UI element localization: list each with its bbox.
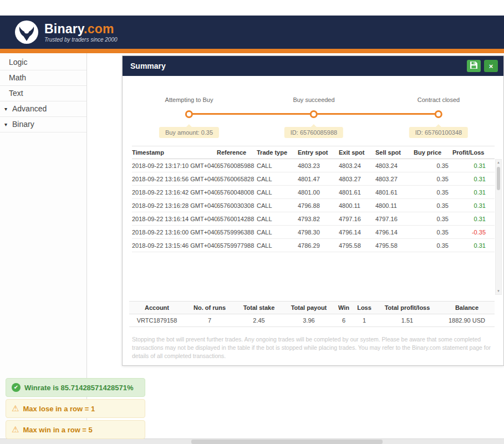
accent-bar [0, 49, 504, 53]
sidebar-item-label: Logic [9, 55, 27, 70]
table-cell: 0.31 [452, 216, 495, 222]
table-cell: 2018-09-22 13:15:46 GMT+0400 [132, 242, 217, 249]
table-cell: 0.35 [414, 162, 452, 169]
table-cell: 4803.27 [339, 176, 375, 182]
table-cell: 0.35 [414, 216, 452, 222]
hscroll-thumb[interactable] [191, 440, 383, 444]
step-dot-icon [435, 110, 442, 118]
summary-panel: Summary × Attempting to BuyBuy amount: 0… [122, 55, 504, 366]
step-label: Attempting to Buy [165, 96, 213, 104]
table-cell: CALL [257, 216, 298, 222]
sidebar-item-label: Binary [12, 117, 34, 132]
table-scrollbar[interactable]: ▲ ▼ [495, 159, 502, 295]
column-header: Account [129, 304, 185, 311]
account-summary-table: AccountNo. of runsTotal stakeTotal payou… [129, 301, 495, 327]
table-cell: 7 [185, 317, 235, 324]
table-cell: 0.35 [414, 229, 452, 236]
warning-icon: ⚠ [12, 425, 19, 434]
toast-success: ✔Winrate is 85.71428571428571% [6, 378, 145, 397]
table-cell: 65759996388 [217, 229, 257, 236]
table-cell: 65760030308 [217, 202, 257, 209]
step-detail-badge: ID: 65760085988 [284, 127, 343, 138]
sidebar-item-text[interactable]: Text [0, 86, 86, 101]
table-cell: 4801.61 [375, 189, 414, 196]
column-header: Win [334, 304, 353, 311]
sidebar-item-label: Advanced [12, 101, 47, 116]
table-cell: 1882.90 USD [439, 317, 495, 324]
column-header: Sell spot [375, 149, 414, 156]
column-header: No. of runs [185, 304, 235, 311]
table-cell: 2.45 [235, 317, 283, 324]
trades-table-header: TimestampReferenceTrade typeEntry spotEx… [132, 146, 495, 159]
step-label: Buy succeeded [293, 96, 334, 104]
table-row: 2018-09-22 13:16:56 GMT+040065760065828C… [132, 172, 495, 186]
table-cell: 2018-09-22 13:17:10 GMT+0400 [132, 162, 217, 169]
column-header: Reference [217, 149, 257, 156]
table-cell: 65760065828 [217, 176, 257, 182]
table-cell: 2018-09-22 13:16:56 GMT+0400 [132, 176, 217, 182]
scroll-down-icon[interactable]: ▼ [496, 288, 501, 294]
table-cell: 4801.00 [298, 189, 339, 196]
sidebar-item-advanced[interactable]: ▾Advanced [0, 101, 86, 117]
toast-warning: ⚠Max lose in a row = 1 [6, 399, 145, 418]
binary-logo [14, 20, 39, 44]
step-detail-badge: ID: 65760100348 [409, 127, 468, 138]
table-cell: 65759977988 [217, 242, 257, 249]
workspace-hscrollbar[interactable] [0, 438, 504, 444]
table-cell: 4795.58 [375, 242, 414, 249]
table-cell: 4795.58 [339, 242, 375, 249]
table-cell: VRTC1879158 [129, 317, 185, 324]
trade-stepper: Attempting to BuyBuy amount: 0.35Buy suc… [123, 96, 503, 139]
table-cell: 4801.61 [339, 189, 375, 196]
table-cell: 0.31 [452, 189, 495, 196]
brand-suffix: .com [84, 22, 114, 36]
table-cell: CALL [257, 176, 298, 182]
summary-panel-titlebar[interactable]: Summary × [123, 56, 503, 76]
table-cell: 4801.47 [298, 176, 339, 182]
column-header: Trade type [257, 149, 298, 156]
column-header: Total stake [235, 304, 283, 311]
step-label: Contract closed [418, 96, 460, 104]
sidebar-item-label: Math [9, 70, 26, 85]
table-cell: 0.31 [452, 202, 495, 209]
table-cell: 4803.23 [298, 162, 339, 169]
step-dot-icon [185, 110, 193, 118]
save-icon [470, 62, 477, 70]
toast-message: Max win in a row = 5 [23, 426, 92, 434]
sidebar-item-math[interactable]: Math [0, 70, 86, 86]
sidebar-item-binary[interactable]: ▾Binary [0, 117, 86, 132]
notification-area: ✔Winrate is 85.71428571428571%⚠Max lose … [6, 378, 145, 439]
table-row: 2018-09-22 13:15:46 GMT+040065759977988C… [132, 239, 495, 252]
trades-table-body: ▲ ▼ 2018-09-22 13:17:10 GMT+040065760085… [132, 159, 495, 295]
column-header: Loss [353, 304, 375, 311]
table-row: 2018-09-22 13:16:00 GMT+040065759996388C… [132, 226, 495, 239]
scroll-thumb[interactable] [497, 167, 500, 190]
sidebar-item-label: Text [9, 86, 23, 101]
table-cell: 0.35 [414, 242, 452, 249]
step-detail-badge: Buy amount: 0.35 [159, 127, 219, 138]
brand-block: Binary.com Trusted by traders since 2000 [44, 22, 118, 43]
sidebar-item-logic[interactable]: Logic [0, 55, 86, 70]
stepper-step: Contract closedID: 65760100348 [409, 96, 468, 138]
table-cell: 2018-09-22 13:16:14 GMT+0400 [132, 216, 217, 222]
table-cell: 0.31 [452, 242, 495, 249]
table-cell: 4796.14 [375, 229, 414, 236]
table-cell: 0.31 [452, 162, 495, 169]
table-cell: 4797.16 [339, 216, 375, 222]
save-button[interactable] [467, 60, 481, 72]
table-cell: 65760085988 [217, 162, 257, 169]
panel-footnote: Stopping the bot will prevent further tr… [132, 335, 493, 360]
close-icon: × [489, 62, 493, 70]
scroll-up-icon[interactable]: ▲ [496, 160, 501, 166]
table-cell: 3.96 [283, 317, 334, 324]
column-header: Balance [439, 304, 495, 311]
column-header: Total payout [283, 304, 334, 311]
table-row: 2018-09-22 13:16:28 GMT+040065760030308C… [132, 199, 495, 212]
close-button[interactable]: × [484, 60, 498, 72]
table-cell: -0.35 [452, 229, 495, 236]
table-cell: 2018-09-22 13:16:42 GMT+0400 [132, 189, 217, 196]
table-cell: 4793.82 [298, 216, 339, 222]
table-cell: 0.31 [452, 176, 495, 182]
table-cell: 0.35 [414, 202, 452, 209]
column-header: Exit spot [339, 149, 375, 156]
